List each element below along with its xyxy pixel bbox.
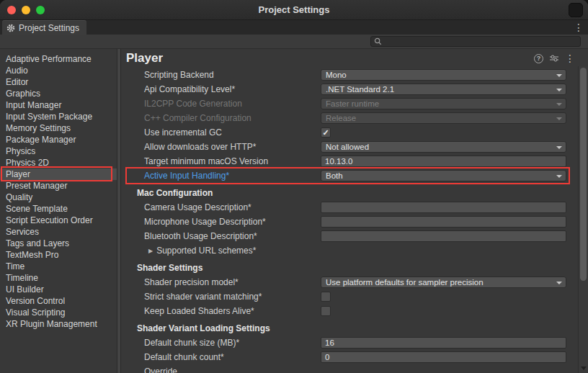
sidebar-item-physics-2d[interactable]: Physics 2D <box>0 157 117 168</box>
sidebar-item-package-manager[interactable]: Package Manager <box>0 134 117 145</box>
setting-label: Scripting Backend <box>121 70 321 80</box>
bluetooth-usage-input[interactable] <box>321 230 566 242</box>
tab-project-settings[interactable]: Project Settings <box>2 20 86 35</box>
sidebar-item-timeline[interactable]: Timeline <box>0 272 117 284</box>
sidebar-item-adaptive-performance[interactable]: Adaptive Performance <box>0 53 117 65</box>
scroll-down-arrow-icon[interactable] <box>581 367 587 370</box>
chevron-down-icon <box>556 282 562 284</box>
toolbar <box>0 35 588 49</box>
setting-row-bluetooth-usage: Bluetooth Usage Description* <box>121 229 578 243</box>
search-field[interactable] <box>370 36 581 47</box>
sidebar-item-scene-template[interactable]: Scene Template <box>0 203 117 215</box>
use-incremental-gc-checkbox[interactable]: ✓ <box>321 127 331 138</box>
gear-icon <box>6 24 15 32</box>
setting-row-override: Override <box>121 364 578 373</box>
setting-label: Api Compatibility Level* <box>121 84 321 94</box>
search-input[interactable] <box>382 37 577 46</box>
setting-row-chunk-count: Default chunk count* <box>121 350 578 364</box>
sidebar-item-version-control[interactable]: Version Control <box>0 295 117 307</box>
scripting-backend-dropdown[interactable]: Mono <box>321 69 566 81</box>
shader-settings-header: Shader Settings <box>121 261 578 275</box>
sidebar-item-xr-plugin-management[interactable]: XR Plugin Management <box>0 318 117 330</box>
panel-menu-icon[interactable]: ⋮ <box>565 53 575 64</box>
shader-variant-loading-header: Shader Variant Loading Settings <box>121 321 578 336</box>
setting-row-min-macos: Target minimum macOS Version <box>121 154 578 168</box>
sidebar-item-editor[interactable]: Editor <box>0 76 117 88</box>
sidebar-item-script-execution-order[interactable]: Script Execution Order <box>0 215 117 226</box>
sidebar-item-audio[interactable]: Audio <box>0 65 117 76</box>
microphone-usage-input[interactable] <box>321 216 566 228</box>
setting-row-keep-loaded-shaders: Keep Loaded Shaders Alive* <box>121 304 578 318</box>
sidebar-item-tags-and-layers[interactable]: Tags and Layers <box>0 238 117 249</box>
sidebar-item-memory-settings[interactable]: Memory Settings <box>0 122 117 134</box>
setting-row-il2cpp-codegen: IL2CPP Code Generation Faster runtime <box>121 96 578 111</box>
allow-http-downloads-dropdown[interactable]: Not allowed <box>321 141 566 153</box>
setting-label: Microphone Usage Description* <box>121 217 321 227</box>
setting-label: Default chunk count* <box>121 352 321 362</box>
search-icon <box>374 37 382 45</box>
help-icon[interactable]: ? <box>534 54 543 63</box>
vertical-scrollbar <box>578 66 588 373</box>
sidebar-item-ui-builder[interactable]: UI Builder <box>0 284 117 295</box>
minimize-button[interactable] <box>22 6 30 14</box>
window-title: Project Settings <box>259 4 330 15</box>
setting-row-microphone-usage: Microphone Usage Description* <box>121 215 578 229</box>
sidebar-item-physics[interactable]: Physics <box>0 145 117 157</box>
scrollbar-thumb[interactable] <box>580 68 587 281</box>
setting-label: Keep Loaded Shaders Alive* <box>121 306 321 316</box>
target-min-macos-version-input[interactable] <box>321 156 566 167</box>
setting-label: Default chunk size (MB)* <box>121 338 321 348</box>
default-chunk-count-input[interactable] <box>321 351 566 363</box>
sidebar-item-graphics[interactable]: Graphics <box>0 88 117 99</box>
supported-url-schemes-foldout[interactable]: ▶ Supported URL schemes* <box>121 246 256 256</box>
sidebar-item-quality[interactable]: Quality <box>0 192 117 203</box>
app-badge-icon <box>569 3 583 17</box>
setting-label: Allow downloads over HTTP* <box>121 142 321 152</box>
tab-bar: Project Settings ⋮ <box>0 20 588 35</box>
sidebar-item-visual-scripting[interactable]: Visual Scripting <box>0 307 117 318</box>
setting-label: Bluetooth Usage Description* <box>121 231 321 241</box>
preset-icon[interactable] <box>549 54 559 63</box>
sidebar-item-preset-manager[interactable]: Preset Manager <box>0 180 117 192</box>
chevron-down-icon <box>556 117 562 120</box>
setting-label: Target minimum macOS Version <box>121 156 321 166</box>
setting-row-chunk-size: Default chunk size (MB)* <box>121 336 578 350</box>
setting-label: Shader precision model* <box>121 277 321 287</box>
sidebar-item-player[interactable]: Player <box>0 168 117 180</box>
default-chunk-size-input[interactable] <box>321 337 566 349</box>
zoom-button[interactable] <box>36 6 45 14</box>
settings-rows: Scripting Backend Mono Api Compatibility… <box>121 68 578 373</box>
setting-label: Active Input Handling* <box>121 171 321 181</box>
shader-precision-model-dropdown[interactable]: Use platform defaults for sampler precis… <box>321 277 566 288</box>
sidebar-item-textmesh-pro[interactable]: TextMesh Pro <box>0 249 117 261</box>
project-settings-window: Project Settings Project Settings ⋮ <box>0 0 588 373</box>
setting-row-allow-http: Allow downloads over HTTP* Not allowed <box>121 140 578 154</box>
setting-label: Strict shader variant matching* <box>121 292 321 302</box>
player-settings-panel: Player ? ⋮ Scripting Backend <box>121 49 588 373</box>
titlebar: Project Settings <box>0 0 588 20</box>
setting-row-strict-variant-matching: Strict shader variant matching* <box>121 289 578 304</box>
foldout-triangle-icon: ▶ <box>148 248 153 254</box>
keep-loaded-shaders-checkbox[interactable] <box>321 306 331 316</box>
sidebar-item-services[interactable]: Services <box>0 226 117 238</box>
chevron-down-icon <box>556 175 562 178</box>
tabbar-menu-icon[interactable]: ⋮ <box>574 22 584 33</box>
sidebar-item-time[interactable]: Time <box>0 261 117 272</box>
setting-label: Override <box>121 367 321 373</box>
setting-row-active-input-handling: Active Input Handling* Both <box>121 168 578 183</box>
setting-row-api-compatibility: Api Compatibility Level* .NET Standard 2… <box>121 82 578 96</box>
sidebar-item-input-manager[interactable]: Input Manager <box>0 99 117 111</box>
setting-row-camera-usage: Camera Usage Description* <box>121 200 578 215</box>
active-input-handling-dropdown[interactable]: Both <box>321 170 566 181</box>
setting-row-scripting-backend: Scripting Backend Mono <box>121 68 578 82</box>
mac-configuration-header: Mac Configuration <box>121 186 578 200</box>
setting-row-incremental-gc: Use incremental GC ✓ <box>121 125 578 140</box>
setting-row-url-schemes: ▶ Supported URL schemes* <box>121 243 578 258</box>
camera-usage-input[interactable] <box>321 202 566 213</box>
chevron-down-icon <box>556 146 562 149</box>
strict-shader-variant-checkbox[interactable] <box>321 292 331 302</box>
api-compatibility-dropdown[interactable]: .NET Standard 2.1 <box>321 84 566 95</box>
sidebar-item-input-system-package[interactable]: Input System Package <box>0 111 117 122</box>
setting-row-shader-precision: Shader precision model* Use platform def… <box>121 275 578 289</box>
close-button[interactable] <box>7 6 16 14</box>
